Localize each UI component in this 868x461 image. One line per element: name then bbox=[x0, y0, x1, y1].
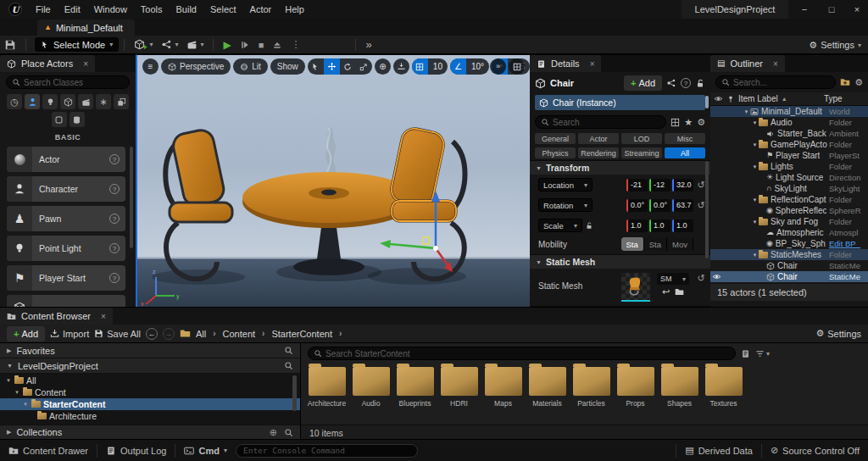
eye-icon[interactable] bbox=[710, 272, 722, 282]
outliner-settings-icon[interactable]: ⚙ bbox=[854, 78, 863, 87]
category-recent[interactable]: ◷ bbox=[7, 94, 22, 109]
viewport-options-menu[interactable]: ≡ bbox=[142, 58, 159, 75]
content-drawer-button[interactable]: Content Drawer bbox=[0, 440, 97, 461]
scale-y-field[interactable]: 1.0 bbox=[649, 219, 670, 232]
details-tab[interactable]: Details × bbox=[530, 55, 601, 72]
add-collection-icon[interactable]: ⊕ bbox=[270, 428, 277, 437]
outliner-row-actor[interactable]: ∩ SkyLightSkyLight bbox=[710, 183, 868, 194]
menu-edit[interactable]: Edit bbox=[58, 0, 87, 19]
place-actor-item-pawn[interactable]: ♟ Pawn ? bbox=[7, 206, 125, 231]
eject-button[interactable] bbox=[268, 36, 287, 54]
folder-materials[interactable]: Materials bbox=[528, 367, 566, 408]
category-cinematic[interactable] bbox=[78, 94, 93, 109]
move-tool[interactable] bbox=[324, 58, 340, 75]
help-icon[interactable]: ? bbox=[109, 243, 120, 253]
unreal-logo-icon[interactable]: U bbox=[8, 3, 22, 16]
close-icon[interactable]: × bbox=[773, 59, 778, 69]
search-icon[interactable] bbox=[284, 346, 293, 355]
folder-shapes[interactable]: Shapes bbox=[660, 367, 698, 408]
save-search-icon[interactable] bbox=[741, 349, 750, 358]
scale-lock-icon[interactable] bbox=[585, 221, 593, 230]
filter-actor[interactable]: Actor bbox=[578, 133, 619, 144]
location-z-field[interactable]: 32.0 bbox=[672, 179, 693, 192]
folder-audio[interactable]: Audio bbox=[352, 367, 390, 408]
type-column[interactable]: Type bbox=[824, 94, 865, 103]
blueprints-dropdown[interactable]: ▾ bbox=[157, 36, 182, 54]
scale-tool[interactable] bbox=[356, 58, 372, 75]
outliner-row-folder[interactable]: ▼ GamePlayActoFolder bbox=[710, 139, 868, 150]
rotation-x-field[interactable]: 0.0° bbox=[626, 199, 648, 212]
console-command-input[interactable] bbox=[243, 446, 410, 455]
settings-gear-icon[interactable]: ⚙ bbox=[697, 118, 705, 127]
outliner-row-folder[interactable]: ▼ ReflectionCaptFolder bbox=[710, 194, 868, 205]
folder-hdri[interactable]: HDRI bbox=[440, 367, 478, 408]
outliner-tab[interactable]: ▤ Outliner × bbox=[710, 55, 785, 72]
add-content-button[interactable]: +Add bbox=[7, 326, 45, 342]
rotation-y-field[interactable]: 0.0° bbox=[649, 199, 670, 212]
browse-to-asset-icon[interactable] bbox=[675, 287, 684, 297]
component-row-chair-instance[interactable]: Chair (Instance) bbox=[535, 95, 705, 110]
folder-architecture[interactable]: Architecture bbox=[308, 367, 346, 408]
maximize-button[interactable]: □ bbox=[821, 0, 843, 19]
folder-maps[interactable]: Maps bbox=[484, 367, 522, 408]
skip-button[interactable] bbox=[236, 36, 254, 54]
outliner-search-input[interactable] bbox=[733, 78, 830, 87]
reset-static-mesh-icon[interactable]: ↺ bbox=[696, 273, 706, 302]
details-search-input[interactable] bbox=[553, 118, 660, 127]
select-mode-dropdown[interactable]: Select Mode ▾ bbox=[35, 37, 119, 52]
components-scrollbar[interactable] bbox=[705, 96, 709, 108]
outliner-row-folder[interactable]: ▼ StaticMeshesFolder bbox=[710, 249, 868, 260]
folder-textures[interactable]: Textures bbox=[704, 367, 743, 408]
minimize-button[interactable]: − bbox=[793, 0, 815, 19]
save-button[interactable] bbox=[0, 36, 20, 54]
mobility-static[interactable]: Sta bbox=[621, 237, 644, 251]
viewport-scene[interactable]: z y x bbox=[137, 55, 530, 307]
place-actor-item-player-start[interactable]: ⚑ Player Start ? bbox=[7, 265, 125, 291]
close-icon[interactable]: × bbox=[590, 59, 595, 69]
play-options-kebab[interactable]: ⋮ bbox=[287, 36, 304, 54]
filter-misc[interactable]: Misc bbox=[665, 133, 705, 144]
menu-select[interactable]: Select bbox=[203, 0, 243, 19]
tree-item-architecture[interactable]: Architecture bbox=[0, 410, 300, 422]
scale-dropdown[interactable]: Scale▾ bbox=[538, 219, 582, 232]
expander-icon[interactable]: ▼ bbox=[751, 219, 759, 225]
category-all-classes[interactable] bbox=[70, 112, 85, 127]
select-tool[interactable] bbox=[308, 58, 324, 75]
outliner-row-actor[interactable]: ChairStaticMe bbox=[710, 260, 868, 271]
scale-z-field[interactable]: 1.0 bbox=[672, 219, 693, 232]
console-command-field[interactable] bbox=[236, 444, 418, 458]
save-all-button[interactable]: Save All bbox=[94, 329, 141, 339]
menu-tools[interactable]: Tools bbox=[134, 0, 170, 19]
asset-search[interactable] bbox=[308, 347, 736, 360]
derived-data-button[interactable]: ▤ Derived Data bbox=[676, 440, 761, 461]
close-icon[interactable]: × bbox=[83, 59, 88, 69]
static-mesh-dropdown[interactable]: SM▾ bbox=[657, 273, 689, 285]
outliner-row-folder[interactable]: ▼ LightsFolder bbox=[710, 161, 868, 172]
expander-icon[interactable]: ▼ bbox=[751, 164, 759, 169]
forward-button[interactable]: → bbox=[163, 328, 175, 340]
blueprint-convert-button[interactable] bbox=[666, 78, 676, 88]
favorites-header[interactable]: ▶ Favorites bbox=[0, 343, 300, 358]
help-icon[interactable]: ? bbox=[681, 78, 691, 88]
add-component-button[interactable]: +Add bbox=[624, 75, 662, 91]
details-scrollbar[interactable] bbox=[705, 161, 709, 258]
help-icon[interactable]: ? bbox=[109, 184, 120, 194]
expander-icon[interactable]: ▼ bbox=[751, 120, 759, 125]
category-effects[interactable]: ∗ bbox=[96, 94, 111, 109]
back-button[interactable]: ← bbox=[146, 328, 158, 340]
content-browser-settings[interactable]: ⚙ Settings bbox=[815, 329, 861, 339]
place-actor-item-actor[interactable]: Actor ? bbox=[7, 147, 125, 172]
rotation-z-field[interactable]: 63.7 bbox=[672, 199, 693, 212]
play-button[interactable]: ▶ bbox=[219, 36, 235, 54]
breadcrumb-startercontent[interactable]: StarterContent bbox=[271, 329, 332, 339]
filter-all[interactable]: All bbox=[665, 147, 705, 158]
cinematics-dropdown[interactable]: ▾ bbox=[182, 36, 208, 54]
search-icon[interactable] bbox=[284, 428, 293, 437]
outliner-row-actor[interactable]: ⚑ Player StartPlayerSt bbox=[710, 150, 868, 161]
filter-lod[interactable]: LOD bbox=[621, 133, 662, 144]
outliner-row-folder[interactable]: ▼ AudioFolder bbox=[710, 117, 868, 128]
place-actor-item-character[interactable]: Character ? bbox=[7, 176, 125, 202]
category-basic[interactable] bbox=[25, 94, 40, 109]
place-actors-search[interactable] bbox=[6, 75, 130, 89]
expander-icon[interactable]: ▼ bbox=[743, 109, 750, 114]
